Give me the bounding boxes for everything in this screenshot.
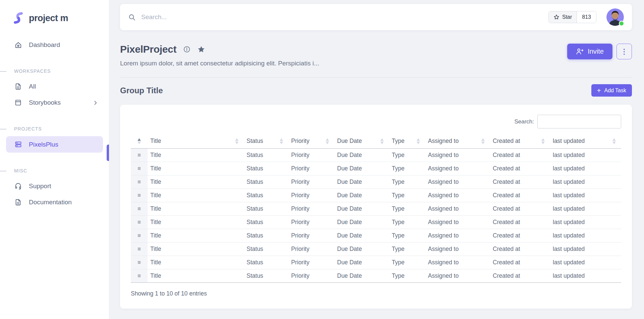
grip-icon: ≡: [138, 259, 141, 266]
cell-created-at: Created at: [490, 162, 550, 175]
cell-last-updated: last updated: [550, 175, 621, 189]
cell-priority: Priority: [288, 243, 334, 256]
app-title: project m: [29, 13, 68, 23]
home-icon: [14, 41, 22, 49]
sidebar-item-documentation[interactable]: Documentation: [0, 194, 109, 210]
cell-priority: Priority: [288, 216, 334, 229]
info-icon[interactable]: [183, 46, 191, 53]
column-header-label: Created at: [493, 138, 520, 144]
page-title: PixelProject: [120, 44, 176, 55]
sidebar-section-workspaces: WORKSPACES: [0, 68, 109, 74]
table-header-row: TitleStatusPriorityDue DateTypeAssigned …: [131, 134, 621, 149]
cell-due-date: Due Date: [334, 243, 389, 256]
sidebar-item-pixelsplus[interactable]: PixelsPlus: [6, 136, 103, 153]
column-header-created-at[interactable]: Created at: [490, 134, 550, 149]
cell-priority: Priority: [288, 229, 334, 243]
cell-last-updated: last updated: [550, 216, 621, 229]
sidebar-section-misc: MISC: [0, 168, 109, 173]
drag-handle[interactable]: ≡: [131, 162, 148, 175]
sidebar: project m Dashboard WORKSPACES All: [0, 0, 109, 319]
drag-handle[interactable]: ≡: [131, 243, 148, 256]
column-header-title[interactable]: Title: [148, 134, 244, 149]
grip-icon: ≡: [138, 179, 141, 185]
cell-assigned-to: Assigned to: [425, 229, 490, 243]
cell-priority: Priority: [288, 269, 334, 283]
column-header-type[interactable]: Type: [389, 134, 425, 149]
sort-icon: [541, 138, 545, 144]
sidebar-item-support[interactable]: Support: [0, 178, 109, 194]
grip-icon: ≡: [138, 152, 141, 158]
more-options-button[interactable]: ⋮: [616, 44, 632, 59]
column-header-assigned-to[interactable]: Assigned to: [425, 134, 490, 149]
drag-handle[interactable]: ≡: [131, 216, 148, 229]
column-header-label: Title: [150, 138, 161, 144]
drag-handle[interactable]: ≡: [131, 149, 148, 162]
app-root: project m Dashboard WORKSPACES All: [0, 0, 644, 319]
column-header-due-date[interactable]: Due Date: [334, 134, 389, 149]
sort-icon: [417, 138, 420, 144]
cell-last-updated: last updated: [550, 189, 621, 202]
sidebar-item-label: All: [29, 83, 36, 90]
grip-icon: ≡: [138, 165, 141, 172]
cell-type: Type: [389, 189, 425, 202]
table-row: ≡TitleStatusPriorityDue DateTypeAssigned…: [131, 243, 621, 256]
star-button[interactable]: Star 813: [548, 11, 596, 23]
cell-type: Type: [389, 216, 425, 229]
cell-created-at: Created at: [490, 269, 550, 283]
sort-icon: [280, 138, 283, 144]
star-count-badge: 813: [577, 11, 596, 23]
sort-icon: [326, 138, 329, 144]
cell-created-at: Created at: [490, 256, 550, 269]
cell-created-at: Created at: [490, 229, 550, 243]
grip-icon: ≡: [138, 246, 141, 252]
plus-icon: +: [597, 87, 601, 94]
add-task-button[interactable]: + Add Task: [591, 84, 632, 97]
cell-created-at: Created at: [490, 189, 550, 202]
table-row: ≡TitleStatusPriorityDue DateTypeAssigned…: [131, 149, 621, 162]
invite-button[interactable]: Invite: [567, 44, 612, 59]
cell-last-updated: last updated: [550, 243, 621, 256]
sidebar-item-storybooks[interactable]: PixelsPlus Storybooks: [0, 95, 109, 111]
column-header-handle[interactable]: [131, 134, 148, 149]
column-header-status[interactable]: Status: [244, 134, 288, 149]
cell-last-updated: last updated: [550, 149, 621, 162]
global-search-input[interactable]: [141, 13, 548, 21]
column-header-label: Status: [247, 138, 263, 144]
cell-status: Status: [244, 269, 288, 283]
drag-handle[interactable]: ≡: [131, 269, 148, 283]
cell-title: Title: [148, 269, 244, 283]
cell-title: Title: [148, 202, 244, 216]
chevron-right-icon[interactable]: [93, 100, 98, 106]
column-header-label: last updated: [553, 138, 585, 144]
sort-icon: [612, 138, 616, 144]
drag-handle[interactable]: ≡: [131, 202, 148, 216]
cell-title: Title: [148, 216, 244, 229]
sort-icon: [380, 138, 384, 144]
table-search-input[interactable]: [537, 115, 621, 128]
column-header-priority[interactable]: Priority: [288, 134, 334, 149]
cell-created-at: Created at: [490, 149, 550, 162]
grip-icon: ≡: [138, 192, 141, 199]
sidebar-item-dashboard[interactable]: Dashboard: [0, 37, 109, 53]
sidebar-item-all[interactable]: All: [0, 78, 109, 95]
cell-created-at: Created at: [490, 243, 550, 256]
cell-due-date: Due Date: [334, 269, 389, 283]
drag-handle[interactable]: ≡: [131, 256, 148, 269]
table-entries-info: Showing 1 to 10 of 10 entries: [131, 290, 621, 297]
sidebar-section-projects: PROJECTS: [0, 126, 109, 131]
project-header: PixelProject Lorem ipsum dolor, sit amet…: [120, 44, 632, 67]
column-header-last-updated[interactable]: last updated: [550, 134, 621, 149]
cell-title: Title: [148, 256, 244, 269]
table-row: ≡TitleStatusPriorityDue DateTypeAssigned…: [131, 216, 621, 229]
avatar[interactable]: [606, 8, 624, 26]
favorite-star-icon[interactable]: [197, 45, 205, 53]
cell-priority: Priority: [288, 256, 334, 269]
cell-type: Type: [389, 269, 425, 283]
drag-handle[interactable]: ≡: [131, 189, 148, 202]
drag-handle[interactable]: ≡: [131, 229, 148, 243]
grip-icon: ≡: [138, 206, 141, 212]
drag-handle[interactable]: ≡: [131, 175, 148, 189]
star-outline-icon: [553, 14, 559, 20]
cell-assigned-to: Assigned to: [425, 202, 490, 216]
table-row: ≡TitleStatusPriorityDue DateTypeAssigned…: [131, 189, 621, 202]
